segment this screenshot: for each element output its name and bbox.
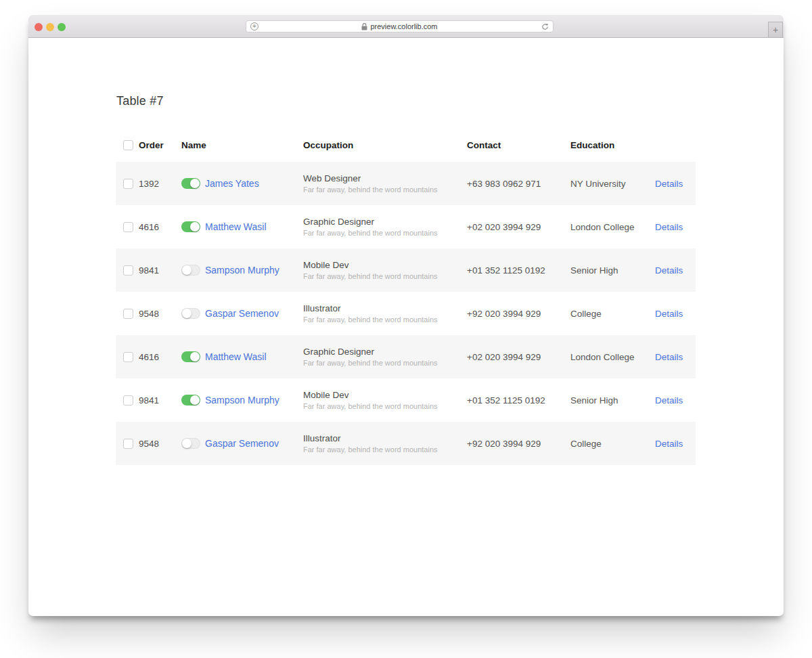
- name-link[interactable]: Matthew Wasil: [205, 351, 267, 362]
- table-row: 9841 Sampson Murphy Mobile Dev Far far a…: [116, 248, 696, 292]
- contact-value: +63 983 0962 971: [467, 179, 570, 189]
- occupation-subtitle: Far far away, behind the word mountains: [303, 402, 467, 410]
- toggle-knob: [182, 309, 191, 318]
- close-window-button[interactable]: [35, 23, 43, 31]
- zoom-window-button[interactable]: [58, 23, 66, 31]
- details-link[interactable]: Details: [655, 309, 683, 319]
- toggle-knob: [182, 265, 191, 275]
- status-toggle[interactable]: [181, 351, 200, 362]
- education-value: Senior High: [570, 265, 655, 276]
- details-link[interactable]: Details: [655, 222, 683, 232]
- browser-window: + preview.colorlib.com + Table #7 Order …: [28, 15, 784, 616]
- occupation-value: Mobile Dev: [303, 390, 467, 400]
- name-link[interactable]: Gaspar Semenov: [205, 308, 279, 319]
- data-table: Order Name Occupation Contact Education …: [116, 129, 696, 465]
- header-name: Name: [181, 140, 303, 150]
- occupation-value: Graphic Designer: [303, 347, 467, 357]
- header-occupation: Occupation: [303, 140, 467, 150]
- order-value: 4616: [139, 352, 181, 362]
- traffic-lights: [35, 23, 66, 31]
- name-link[interactable]: Sampson Murphy: [205, 395, 279, 405]
- education-value: NY University: [570, 179, 655, 189]
- new-tab-button[interactable]: +: [768, 22, 783, 38]
- table-row: 9548 Gaspar Semenov Illustrator Far far …: [116, 292, 696, 335]
- row-checkbox[interactable]: [123, 352, 133, 362]
- order-value: 9841: [139, 395, 181, 405]
- education-value: College: [570, 309, 655, 319]
- header-contact: Contact: [467, 140, 570, 150]
- contact-value: +02 020 3994 929: [467, 222, 570, 232]
- status-toggle[interactable]: [181, 438, 200, 449]
- details-link[interactable]: Details: [655, 179, 683, 189]
- table-row: 9548 Gaspar Semenov Illustrator Far far …: [116, 422, 696, 465]
- contact-value: +01 352 1125 0192: [467, 265, 570, 276]
- toggle-knob: [190, 395, 200, 405]
- order-value: 1392: [139, 179, 181, 189]
- name-link[interactable]: James Yates: [205, 178, 259, 189]
- table-row: 4616 Matthew Wasil Graphic Designer Far …: [116, 335, 696, 378]
- occupation-subtitle: Far far away, behind the word mountains: [303, 359, 467, 367]
- order-value: 4616: [139, 222, 181, 232]
- order-value: 9548: [139, 309, 181, 319]
- occupation-value: Graphic Designer: [303, 217, 467, 227]
- occupation-subtitle: Far far away, behind the word mountains: [303, 185, 467, 194]
- name-link[interactable]: Sampson Murphy: [205, 265, 279, 276]
- row-checkbox[interactable]: [123, 265, 133, 276]
- address-bar[interactable]: + preview.colorlib.com: [246, 20, 554, 32]
- row-checkbox[interactable]: [123, 395, 133, 405]
- status-toggle[interactable]: [181, 395, 200, 405]
- table-row: 4616 Matthew Wasil Graphic Designer Far …: [116, 205, 696, 248]
- education-value: London College: [570, 222, 655, 232]
- table-header-row: Order Name Occupation Contact Education: [116, 129, 696, 162]
- minimize-window-button[interactable]: [46, 23, 54, 31]
- header-order: Order: [139, 140, 181, 150]
- url-text: preview.colorlib.com: [370, 22, 437, 30]
- header-education: Education: [570, 140, 655, 150]
- name-link[interactable]: Gaspar Semenov: [205, 438, 279, 449]
- toggle-knob: [182, 439, 191, 448]
- select-all-checkbox[interactable]: [123, 140, 133, 150]
- occupation-subtitle: Far far away, behind the word mountains: [303, 229, 467, 237]
- education-value: London College: [570, 352, 655, 362]
- occupation-value: Mobile Dev: [303, 260, 467, 270]
- row-checkbox[interactable]: [123, 309, 133, 319]
- refresh-icon[interactable]: [541, 23, 549, 30]
- occupation-subtitle: Far far away, behind the word mountains: [303, 315, 467, 324]
- contact-value: +01 352 1125 0192: [467, 395, 570, 405]
- details-link[interactable]: Details: [655, 439, 683, 449]
- occupation-value: Web Designer: [303, 173, 467, 183]
- occupation-subtitle: Far far away, behind the word mountains: [303, 445, 467, 454]
- order-value: 9548: [139, 439, 181, 449]
- row-checkbox[interactable]: [123, 222, 133, 232]
- status-toggle[interactable]: [181, 265, 200, 276]
- table-body: 1392 James Yates Web Designer Far far aw…: [116, 162, 696, 465]
- contact-value: +92 020 3994 929: [467, 439, 570, 449]
- education-value: Senior High: [570, 395, 655, 405]
- details-link[interactable]: Details: [655, 265, 683, 276]
- details-link[interactable]: Details: [655, 352, 683, 362]
- table-row: 1392 James Yates Web Designer Far far aw…: [116, 162, 696, 205]
- order-value: 9841: [139, 265, 181, 276]
- details-link[interactable]: Details: [655, 395, 683, 405]
- status-toggle[interactable]: [181, 178, 200, 189]
- row-checkbox[interactable]: [123, 439, 133, 449]
- toggle-knob: [190, 352, 200, 361]
- browser-toolbar: + preview.colorlib.com +: [28, 15, 784, 38]
- status-toggle[interactable]: [181, 308, 200, 319]
- status-toggle[interactable]: [181, 221, 200, 232]
- contact-value: +92 020 3994 929: [467, 309, 570, 319]
- lock-icon: [361, 23, 367, 30]
- page-title: Table #7: [116, 94, 164, 108]
- occupation-subtitle: Far far away, behind the word mountains: [303, 272, 467, 280]
- row-checkbox[interactable]: [123, 179, 133, 189]
- occupation-value: Illustrator: [303, 303, 467, 313]
- plus-circle-icon[interactable]: +: [250, 22, 258, 30]
- table-row: 9841 Sampson Murphy Mobile Dev Far far a…: [116, 378, 696, 422]
- name-link[interactable]: Matthew Wasil: [205, 221, 267, 232]
- contact-value: +02 020 3994 929: [467, 352, 570, 362]
- occupation-value: Illustrator: [303, 433, 467, 443]
- education-value: College: [570, 439, 655, 449]
- toggle-knob: [190, 222, 200, 232]
- toggle-knob: [190, 179, 200, 188]
